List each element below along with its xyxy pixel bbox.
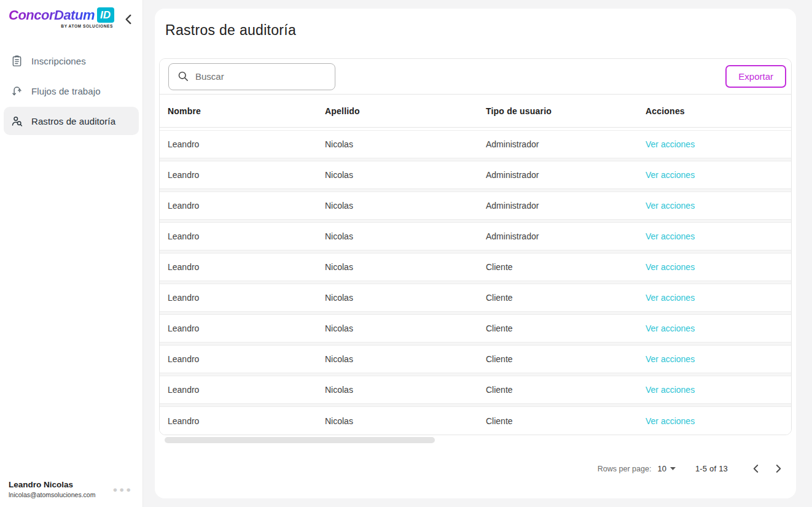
cell-apellido: Nicolas [317, 385, 478, 395]
rows-per-page-value: 10 [657, 464, 666, 473]
export-button[interactable]: Exportar [725, 65, 786, 88]
cell-apellido: Nicolas [317, 416, 478, 426]
sidebar-item-label: Inscripciones [31, 56, 86, 66]
cell-nombre: Leandro [160, 293, 317, 303]
table-row: Leandro Nicolas Cliente Ver acciones [160, 406, 791, 435]
scrollbar-thumb[interactable] [165, 437, 435, 443]
search-icon [178, 71, 189, 82]
cell-apellido: Nicolas [317, 293, 478, 303]
sidebar: ConcorDatum ID BY ATOM SOLUCIONES [0, 0, 143, 507]
cell-nombre: Leandro [160, 416, 317, 426]
table-row: Leandro Nicolas Cliente Ver acciones [160, 314, 791, 343]
content-card: Rastros de auditoría Exportar Nombre Ape… [155, 9, 796, 498]
clipboard-icon [10, 54, 23, 68]
previous-page-button[interactable] [749, 462, 763, 476]
sidebar-collapse-button[interactable] [122, 11, 134, 29]
ver-acciones-link[interactable]: Ver acciones [646, 139, 695, 149]
ver-acciones-link[interactable]: Ver acciones [646, 262, 695, 272]
next-page-button[interactable] [771, 462, 786, 476]
chevron-right-icon [775, 464, 782, 473]
table-row: Leandro Nicolas Administrador Ver accion… [160, 161, 791, 189]
cell-tipo-de-usuario: Administrador [478, 201, 638, 211]
sidebar-item-inscripciones[interactable]: Inscripciones [4, 47, 139, 75]
cell-apellido: Nicolas [317, 201, 478, 211]
main-content: Rastros de auditoría Exportar Nombre Ape… [143, 0, 812, 507]
pagination-bar: Rows per page: 10 1-5 of 13 [159, 462, 792, 476]
brand-logo: ConcorDatum ID BY ATOM SOLUCIONES [9, 7, 114, 28]
sidebar-item-flujos-de-trabajo[interactable]: Flujos de trabajo [4, 77, 139, 105]
sidebar-item-label: Rastros de auditoría [31, 116, 115, 126]
table-row: Leandro Nicolas Cliente Ver acciones [160, 376, 791, 404]
user-menu-button[interactable]: ●●● [112, 485, 133, 494]
chevron-left-icon [752, 464, 759, 473]
cell-nombre: Leandro [160, 170, 317, 180]
column-header-acciones: Acciones [638, 106, 791, 116]
table-row: Leandro Nicolas Administrador Ver accion… [160, 222, 791, 250]
cell-apellido: Nicolas [317, 323, 478, 333]
column-header-tipo-de-usuario: Tipo de usuario [478, 106, 638, 116]
cell-nombre: Leandro [160, 385, 317, 395]
search-input[interactable] [195, 71, 329, 82]
cell-nombre: Leandro [160, 231, 317, 241]
workflow-icon [10, 84, 23, 98]
cell-nombre: Leandro [160, 323, 317, 333]
table-toolbar: Exportar [160, 59, 791, 95]
rows-per-page-select[interactable]: 10 [657, 464, 675, 473]
cell-tipo-de-usuario: Cliente [478, 354, 638, 364]
brand-badge: ID [97, 7, 114, 23]
brand-tagline: BY ATOM SOLUCIONES [9, 24, 114, 28]
ver-acciones-link[interactable]: Ver acciones [646, 416, 695, 426]
pagination-range: 1-5 of 13 [695, 464, 728, 473]
table-row: Leandro Nicolas Administrador Ver accion… [160, 130, 791, 158]
cell-tipo-de-usuario: Cliente [478, 293, 638, 303]
ver-acciones-link[interactable]: Ver acciones [646, 170, 695, 180]
rows-per-page-label: Rows per page: [598, 465, 652, 473]
cell-tipo-de-usuario: Administrador [478, 231, 638, 241]
ver-acciones-link[interactable]: Ver acciones [646, 385, 695, 395]
ver-acciones-link[interactable]: Ver acciones [646, 201, 695, 211]
app-root: ConcorDatum ID BY ATOM SOLUCIONES [0, 0, 812, 507]
ver-acciones-link[interactable]: Ver acciones [646, 231, 695, 241]
cell-apellido: Nicolas [317, 231, 478, 241]
ver-acciones-link[interactable]: Ver acciones [646, 323, 695, 333]
table-row: Leandro Nicolas Cliente Ver acciones [160, 253, 791, 281]
user-email: lnicolas@atomsoluciones.com [9, 491, 95, 498]
table-row: Leandro Nicolas Cliente Ver acciones [160, 284, 791, 312]
cell-tipo-de-usuario: Cliente [478, 385, 638, 395]
user-name: Leandro Nicolas [9, 480, 95, 489]
cell-apellido: Nicolas [317, 170, 478, 180]
caret-down-icon [670, 467, 676, 470]
column-header-nombre: Nombre [160, 106, 317, 116]
cell-tipo-de-usuario: Administrador [478, 139, 638, 149]
ver-acciones-link[interactable]: Ver acciones [646, 293, 695, 303]
sidebar-item-rastros-de-auditoria[interactable]: Rastros de auditoría [4, 107, 139, 135]
person-search-icon [10, 114, 23, 128]
sidebar-nav: Inscripciones Flujos de trabajo [0, 47, 142, 135]
cell-nombre: Leandro [160, 139, 317, 149]
ver-acciones-link[interactable]: Ver acciones [646, 354, 695, 364]
user-info: Leandro Nicolas lnicolas@atomsoluciones.… [9, 480, 95, 498]
cell-nombre: Leandro [160, 354, 317, 364]
sidebar-header: ConcorDatum ID BY ATOM SOLUCIONES [0, 0, 142, 36]
cell-tipo-de-usuario: Cliente [478, 416, 638, 426]
cell-apellido: Nicolas [317, 354, 478, 364]
cell-nombre: Leandro [160, 201, 317, 211]
brand-wordmark: ConcorDatum [9, 9, 95, 22]
cell-tipo-de-usuario: Administrador [478, 170, 638, 180]
sidebar-item-label: Flujos de trabajo [31, 86, 101, 96]
cell-tipo-de-usuario: Cliente [478, 323, 638, 333]
sidebar-spacer [0, 135, 142, 473]
page-title: Rastros de auditoría [165, 22, 792, 39]
table-header-row: Nombre Apellido Tipo de usuario Acciones [160, 95, 791, 128]
column-header-apellido: Apellido [317, 106, 478, 116]
sidebar-user-section: Leandro Nicolas lnicolas@atomsoluciones.… [0, 473, 142, 507]
cell-apellido: Nicolas [317, 139, 478, 149]
ellipsis-icon: ●●● [112, 485, 133, 494]
horizontal-scrollbar[interactable] [165, 437, 792, 443]
search-input-wrapper[interactable] [168, 63, 335, 90]
cell-apellido: Nicolas [317, 262, 478, 272]
cell-nombre: Leandro [160, 262, 317, 272]
table-row: Leandro Nicolas Administrador Ver accion… [160, 192, 791, 220]
cell-tipo-de-usuario: Cliente [478, 262, 638, 272]
chevron-left-icon [123, 18, 133, 27]
